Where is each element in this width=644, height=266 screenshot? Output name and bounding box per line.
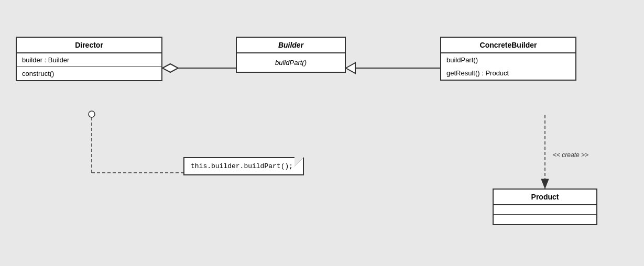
director-class: Director builder : Builder construct() <box>16 37 162 81</box>
builder-class-name: Builder <box>237 38 345 53</box>
director-class-name: Director <box>17 38 161 53</box>
builder-method-buildpart: buildPart() <box>237 53 345 72</box>
concrete-builder-class-name: ConcreteBuilder <box>441 38 575 53</box>
diagram-container: << create >> Director builder : Builder … <box>0 0 644 266</box>
builder-class: Builder buildPart() <box>236 37 346 73</box>
director-method-construct: construct() <box>17 67 161 80</box>
director-attr-builder: builder : Builder <box>17 53 161 67</box>
svg-text:<< create >>: << create >> <box>553 151 588 159</box>
product-class-name: Product <box>494 190 596 205</box>
note-box: this.builder.buildPart(); <box>183 157 304 175</box>
concrete-builder-method-buildpart: buildPart() <box>441 53 575 66</box>
svg-point-4 <box>89 111 95 117</box>
concrete-builder-method-getresult: getResult() : Product <box>441 66 575 80</box>
note-text: this.builder.buildPart(); <box>191 162 293 170</box>
svg-marker-8 <box>541 179 549 189</box>
svg-marker-1 <box>162 64 178 72</box>
product-method-1 <box>494 215 596 224</box>
product-attr-1 <box>494 205 596 215</box>
svg-marker-3 <box>346 63 355 73</box>
concrete-builder-class: ConcreteBuilder buildPart() getResult() … <box>440 37 576 81</box>
product-class: Product <box>493 189 597 225</box>
